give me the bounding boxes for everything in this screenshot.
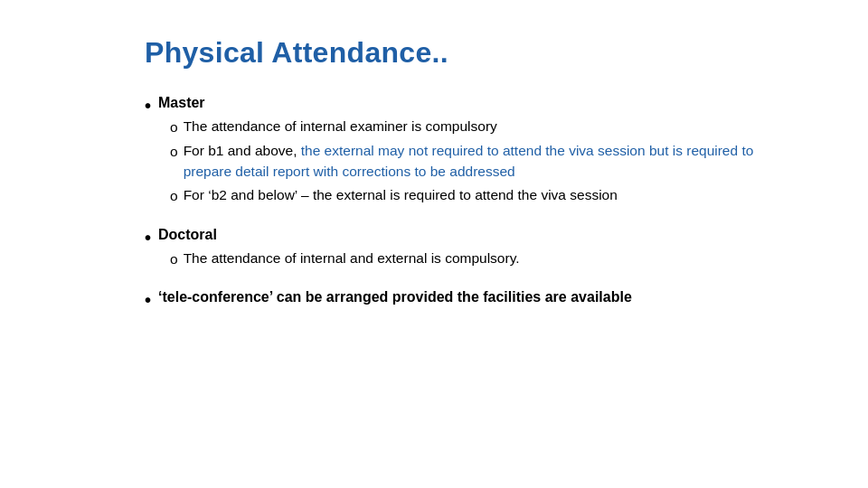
slide: Physical Attendance.. • Master o The att… (0, 0, 868, 488)
master-sub2: o For b1 and above, the external may not… (170, 141, 760, 182)
bullet-master-label: • Master (145, 95, 760, 117)
master-sub3: o For ‘b2 and below’ – the external is r… (170, 185, 760, 206)
master-sub3-text: For ‘b2 and below’ – the external is req… (184, 185, 760, 205)
doctoral-sub1: o The attendance of internal and externa… (170, 249, 760, 269)
circle-icon-2: o (170, 142, 178, 162)
bullet-master: • Master o The attendance of internal ex… (145, 95, 760, 207)
bullet-doctoral-text: Doctoral (158, 227, 217, 243)
bullet-tele-text: ‘tele-conference’ can be arranged provid… (158, 289, 632, 305)
master-sub2-highlight: the external may not required to attend … (184, 143, 754, 178)
circle-icon-4: o (170, 249, 178, 269)
content-area: • Master o The attendance of internal ex… (145, 95, 760, 314)
bullet-master-text: Master (158, 95, 205, 111)
master-sub1: o The attendance of internal examiner is… (170, 117, 760, 137)
circle-icon-3: o (170, 186, 178, 206)
slide-title: Physical Attendance.. (145, 36, 760, 70)
bullet-doctoral: • Doctoral o The attendance of internal … (145, 227, 760, 269)
doctoral-sub1-text: The attendance of internal and external … (184, 249, 760, 268)
bullet-dot-master: • (145, 95, 151, 117)
bullet-tele: • ‘tele-conference’ can be arranged prov… (145, 289, 760, 311)
master-subitems: o The attendance of internal examiner is… (170, 117, 760, 207)
bullet-dot-tele: • (145, 289, 151, 311)
circle-icon-1: o (170, 117, 178, 137)
doctoral-subitems: o The attendance of internal and externa… (170, 249, 760, 269)
bullet-doctoral-label: • Doctoral (145, 227, 760, 249)
master-sub1-text: The attendance of internal examiner is c… (184, 117, 760, 136)
bullet-dot-doctoral: • (145, 227, 151, 249)
bullet-tele-label: • ‘tele-conference’ can be arranged prov… (145, 289, 760, 311)
master-sub2-text: For b1 and above, the external may not r… (184, 141, 760, 182)
